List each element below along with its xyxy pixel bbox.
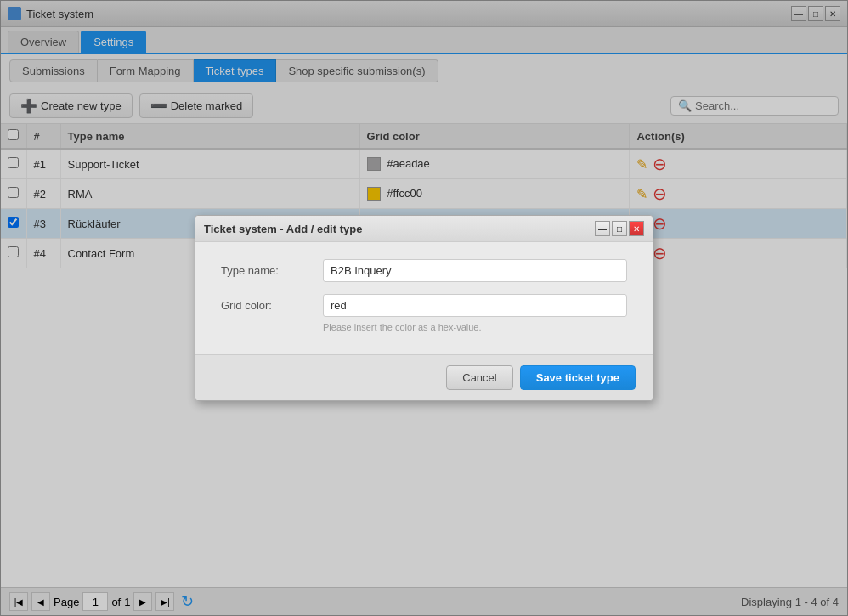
grid-color-row: Grid color: — [221, 294, 627, 317]
modal-body: Type name: Grid color: Please insert the… — [195, 242, 653, 354]
modal-close-button[interactable]: ✕ — [629, 221, 644, 236]
modal-minimize-button[interactable]: — — [595, 221, 610, 236]
grid-color-input[interactable] — [323, 294, 627, 317]
modal-maximize-button[interactable]: □ — [612, 221, 627, 236]
cancel-button[interactable]: Cancel — [446, 365, 512, 390]
modal-title-bar: Ticket system - Add / edit type — □ ✕ — [195, 216, 653, 242]
modal-overlay: Ticket system - Add / edit type — □ ✕ Ty… — [0, 0, 848, 616]
modal-footer: Cancel Save ticket type — [195, 354, 653, 400]
modal-controls: — □ ✕ — [595, 221, 644, 236]
type-name-input[interactable] — [323, 259, 627, 282]
color-hint: Please insert the color as a hex-value. — [323, 322, 627, 332]
type-name-row: Type name: — [221, 259, 627, 282]
type-name-label: Type name: — [221, 264, 323, 277]
grid-color-label: Grid color: — [221, 299, 323, 312]
save-ticket-type-button[interactable]: Save ticket type — [520, 365, 636, 390]
modal-title: Ticket system - Add / edit type — [204, 223, 362, 235]
add-edit-type-modal: Ticket system - Add / edit type — □ ✕ Ty… — [195, 215, 653, 401]
